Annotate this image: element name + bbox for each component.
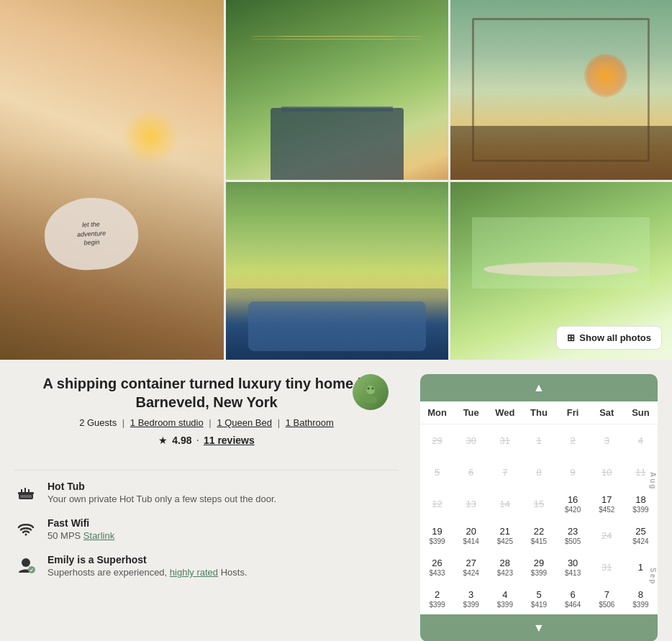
day-number: 13 bbox=[466, 499, 476, 509]
table-row[interactable]: 7$506 bbox=[590, 583, 624, 614]
table-row[interactable]: 19$399 bbox=[420, 519, 454, 551]
table-row: 5 bbox=[420, 456, 454, 488]
table-row: 14 bbox=[488, 488, 522, 519]
table-row[interactable]: 22$415 bbox=[522, 519, 555, 551]
grid-icon: ⊞ bbox=[567, 332, 575, 343]
amenity-hot-tub: Hot Tub Your own private Hot Tub only a … bbox=[14, 481, 399, 504]
day-price: $452 bbox=[599, 506, 614, 514]
table-row[interactable]: 27$424 bbox=[454, 551, 488, 583]
table-row[interactable]: 17$452 bbox=[590, 488, 624, 519]
day-number: 6 bbox=[468, 467, 473, 478]
table-row[interactable]: 25$424 bbox=[624, 519, 658, 551]
day-number: 8 bbox=[638, 589, 643, 600]
calendar-panel: ▲ Mon Tue Wed Thu Fri Sat Sun 2930311234… bbox=[420, 374, 658, 641]
table-row[interactable]: 2$399 bbox=[420, 583, 454, 614]
table-row[interactable]: 26$433 bbox=[420, 551, 454, 583]
table-row[interactable]: 30$413 bbox=[556, 551, 590, 583]
day-price: $399 bbox=[429, 537, 445, 545]
amenity-superhost: ✓ Emily is a Superhost Superhosts are ex… bbox=[14, 554, 399, 578]
table-row[interactable]: 18$399 bbox=[624, 488, 658, 519]
superhost-title: Emily is a Superhost bbox=[47, 554, 248, 565]
svg-text:✓: ✓ bbox=[29, 568, 34, 573]
wifi-title: Fast Wifi bbox=[47, 517, 114, 529]
starlink-link[interactable]: Starlink bbox=[83, 530, 114, 541]
rating-row: ★ 4.98 · 11 reviews bbox=[14, 434, 399, 447]
superhost-text: Emily is a Superhost Superhosts are expe… bbox=[47, 554, 248, 578]
table-row[interactable]: 8$399 bbox=[624, 583, 658, 614]
table-row: 13 bbox=[454, 488, 488, 519]
photo-hot-tub[interactable] bbox=[224, 180, 448, 360]
day-number: 19 bbox=[432, 526, 442, 537]
bedroom-link[interactable]: 1 Bedroom studio bbox=[130, 417, 204, 428]
wifi-icon bbox=[14, 517, 37, 540]
table-row: 24 bbox=[590, 519, 624, 551]
day-number: 31 bbox=[500, 435, 510, 446]
day-price: $419 bbox=[531, 601, 547, 609]
day-number: 31 bbox=[601, 562, 612, 573]
table-row[interactable]: 3$399 bbox=[454, 583, 488, 614]
table-row: 31 bbox=[590, 551, 624, 583]
content-area: A shipping container turned luxury tiny … bbox=[0, 360, 672, 641]
hot-tub-text: Hot Tub Your own private Hot Tub only a … bbox=[47, 481, 276, 504]
table-row: 11 bbox=[624, 456, 658, 488]
day-price: $415 bbox=[531, 537, 547, 545]
photo-main[interactable]: let theadventurebegin bbox=[0, 0, 224, 360]
host-avatar-container bbox=[353, 374, 389, 410]
table-row[interactable]: 28$423 bbox=[488, 551, 522, 583]
svg-point-7 bbox=[22, 558, 30, 567]
table-row[interactable]: 23$505 bbox=[556, 519, 590, 551]
day-number: 25 bbox=[635, 526, 645, 537]
superhost-desc: Superhosts are experienced, highly rated… bbox=[47, 567, 248, 578]
day-price: $433 bbox=[429, 569, 445, 577]
photo-hammock[interactable]: ⊞ Show all photos bbox=[448, 180, 672, 360]
amenity-wifi: Fast Wifi 50 MPS Starlink bbox=[14, 517, 399, 541]
calendar-nav-down[interactable]: ▼ bbox=[420, 614, 658, 641]
show-all-photos-button[interactable]: ⊞ Show all photos bbox=[556, 326, 662, 350]
day-number: 16 bbox=[568, 494, 578, 505]
day-number: 5 bbox=[536, 589, 541, 600]
calendar-nav-up[interactable]: ▲ bbox=[420, 374, 658, 401]
reviews-link[interactable]: 11 reviews bbox=[204, 435, 255, 446]
day-number: 24 bbox=[601, 530, 612, 541]
day-price: $399 bbox=[463, 601, 479, 609]
day-number: 30 bbox=[466, 435, 476, 446]
table-row[interactable]: 4$399 bbox=[488, 583, 522, 614]
day-price: $414 bbox=[463, 537, 479, 545]
table-row[interactable]: 16$420 bbox=[556, 488, 590, 519]
hot-tub-desc: Your own private Hot Tub only a few step… bbox=[47, 494, 276, 504]
svg-point-10 bbox=[366, 386, 375, 394]
day-number: 7 bbox=[604, 589, 609, 600]
header-sun: Sun bbox=[624, 401, 658, 424]
day-number: 7 bbox=[502, 467, 507, 478]
photo-top-right[interactable] bbox=[224, 0, 448, 180]
calendar-grid: 29303112345678910111213141516$42017$4521… bbox=[420, 424, 658, 614]
table-row: 12 bbox=[420, 488, 454, 519]
svg-rect-1 bbox=[20, 495, 32, 498]
day-number: 26 bbox=[432, 558, 442, 568]
table-row[interactable]: 6$464 bbox=[556, 583, 590, 614]
table-row: 3 bbox=[590, 424, 624, 456]
day-number: 27 bbox=[466, 558, 476, 568]
table-row[interactable]: 1 bbox=[624, 551, 658, 583]
header-wed: Wed bbox=[488, 401, 522, 424]
day-number: 20 bbox=[466, 526, 476, 537]
table-row: 6 bbox=[454, 456, 488, 488]
hot-tub-title: Hot Tub bbox=[47, 481, 276, 492]
star-icon: ★ bbox=[158, 435, 168, 446]
bed-link[interactable]: 1 Queen Bed bbox=[217, 417, 272, 428]
guests-count: 2 Guests bbox=[79, 417, 117, 428]
svg-rect-4 bbox=[24, 488, 26, 492]
photo-top-far-right[interactable] bbox=[448, 0, 672, 180]
bathroom-link[interactable]: 1 Bathroom bbox=[286, 417, 334, 428]
day-price: $425 bbox=[497, 537, 513, 545]
day-number: 4 bbox=[638, 435, 643, 446]
highly-rated-link[interactable]: highly rated bbox=[170, 567, 218, 578]
table-row[interactable]: 29$399 bbox=[522, 551, 555, 583]
separator-2: | bbox=[209, 417, 211, 428]
day-price: $424 bbox=[463, 569, 479, 577]
table-row[interactable]: 20$414 bbox=[454, 519, 488, 551]
day-price: $399 bbox=[497, 601, 513, 609]
superhost-icon: ✓ bbox=[14, 554, 37, 577]
table-row[interactable]: 5$419 bbox=[522, 583, 555, 614]
table-row[interactable]: 21$425 bbox=[488, 519, 522, 551]
